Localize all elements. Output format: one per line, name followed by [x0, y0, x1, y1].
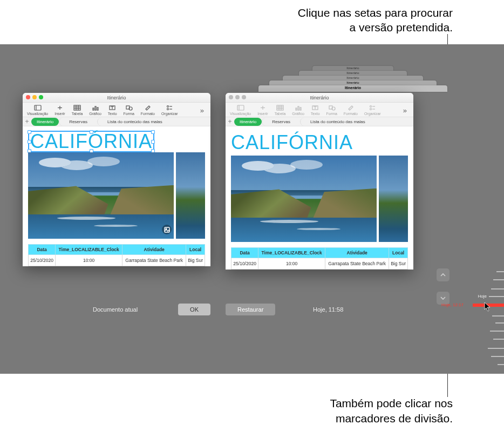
version-timestamp: Hoje, 11:58: [283, 306, 373, 313]
add-sheet-button: +: [226, 118, 234, 125]
table-icon: [73, 105, 81, 111]
toolbar-label: Gráfico: [292, 112, 304, 116]
timeline-tick[interactable]: [493, 339, 504, 340]
tab-itinerario[interactable]: Itinerário: [31, 118, 59, 126]
itinerary-table: Data Time_LOCALIZABLE_Clock Atividade Lo…: [231, 247, 408, 270]
cursor-arrow-icon: [484, 302, 492, 313]
zoom-icon[interactable]: [39, 95, 43, 99]
svg-rect-9: [93, 108, 94, 110]
toolbar-label: Formato: [344, 112, 358, 116]
timeline-tick[interactable]: [490, 331, 504, 332]
landscape-image[interactable]: [28, 152, 174, 239]
minimize-icon[interactable]: [32, 95, 37, 99]
cell-data[interactable]: 25/10/2020: [29, 255, 56, 266]
timeline-tick[interactable]: [491, 288, 504, 289]
version-document-footer: Restaurar Hoje, 11:58: [226, 302, 413, 317]
selected-text-box[interactable]: CALIFÓRNIA: [28, 131, 154, 152]
previous-version-arrow[interactable]: [437, 268, 449, 281]
timeline-tick[interactable]: [498, 364, 504, 365]
timeline-tick[interactable]: [493, 279, 504, 280]
organize-icon: [369, 105, 376, 111]
version-timeline[interactable]: Hoje Hoje, 12:17: [466, 250, 504, 374]
chevron-down-icon: [440, 295, 446, 301]
toolbar-label: Forma: [326, 112, 337, 116]
table-header-local[interactable]: Local: [186, 245, 205, 255]
toolbar: Visualização Inserir Tabela Gráfico Text…: [23, 103, 210, 117]
window-titlebar[interactable]: Itinerário: [23, 93, 210, 103]
callout-text: marcadores de divisão.: [336, 412, 453, 425]
tab-reservas[interactable]: Reservas: [59, 118, 97, 126]
image-settings-button[interactable]: [162, 225, 172, 234]
svg-point-17: [167, 106, 169, 107]
toolbar-label: Formato: [141, 112, 155, 116]
timeline-tick[interactable]: [489, 296, 504, 297]
toolbar-organize-button: Organizar: [364, 105, 381, 116]
toolbar-insert-button: Inserir: [257, 105, 268, 116]
toolbar-shape-button[interactable]: Forma: [124, 105, 134, 116]
svg-rect-0: [35, 105, 41, 110]
table-row[interactable]: 25/10/2020 10:00 Garrapata State Beach P…: [29, 255, 205, 266]
ok-button[interactable]: OK: [178, 304, 210, 315]
callout-text: Clique nas setas para procurar: [298, 6, 453, 19]
toolbar-format-button: Formato: [344, 105, 358, 116]
toolbar-more-button: »: [403, 106, 409, 115]
toolbar-more-button[interactable]: »: [200, 106, 206, 115]
toolbar-label: Gráfico: [89, 112, 101, 116]
table-header-atividade[interactable]: Atividade: [122, 245, 186, 255]
tab-lista: Lista do conteúdo das malas: [300, 118, 375, 126]
toolbar: Visualização Inserir Tabela Gráfico Text…: [226, 103, 413, 117]
toolbar-label: Organizar: [161, 112, 178, 116]
timeline-today-label: Hoje: [478, 294, 487, 299]
svg-rect-34: [300, 107, 301, 110]
zoom-icon: [242, 95, 246, 99]
cell-hora[interactable]: 10:00: [56, 255, 122, 266]
toolbar-insert-button[interactable]: Inserir: [55, 105, 65, 116]
timeline-tick[interactable]: [496, 271, 504, 272]
toolbar-chart-button[interactable]: Gráfico: [89, 105, 101, 116]
stacked-version-ghost: Itinerário: [269, 80, 437, 85]
current-document-footer: Documento atual OK: [23, 302, 210, 317]
table-header-local: Local: [389, 248, 408, 258]
toolbar-chart-button: Gráfico: [292, 105, 304, 116]
version-document-window[interactable]: Itinerário Visualização Inserir Tabela G…: [226, 93, 413, 270]
callout-text: a versão pretendida.: [350, 21, 453, 33]
table-header-data[interactable]: Data: [29, 245, 56, 255]
table-icon: [276, 105, 284, 111]
tab-lista[interactable]: Lista do conteúdo das malas: [97, 118, 172, 126]
close-icon: [229, 95, 233, 99]
plus-icon: [259, 105, 267, 111]
cell-atividade[interactable]: Garrapata State Beach Park: [122, 255, 186, 266]
close-icon[interactable]: [26, 95, 30, 99]
callout-text: Também pode clicar nos: [330, 397, 453, 409]
landscape-image-small[interactable]: [176, 152, 205, 239]
table-header-data: Data: [231, 248, 258, 258]
version-browser-stage: Itinerário Itinerário Itinerário Itinerá…: [0, 44, 504, 374]
timeline-tick[interactable]: [492, 315, 504, 316]
table-header-hora: Time_LOCALIZABLE_Clock: [258, 248, 325, 258]
toolbar-table-button[interactable]: Tabela: [72, 105, 83, 116]
tab-itinerario: Itinerário: [234, 118, 262, 126]
svg-rect-32: [296, 108, 297, 110]
svg-rect-27: [277, 105, 283, 110]
page-title: CALIFÓRNIA: [231, 133, 408, 152]
toolbar-label: Visualização: [27, 112, 48, 116]
timeline-tick[interactable]: [491, 356, 504, 357]
timeline-tick[interactable]: [488, 348, 504, 349]
cell-local[interactable]: Big Sur: [186, 255, 205, 266]
current-document-window[interactable]: Itinerário Visualização Inserir Tabela G…: [23, 93, 210, 266]
toolbar-format-button[interactable]: Formato: [141, 105, 155, 116]
restore-button[interactable]: Restaurar: [226, 304, 275, 315]
itinerary-table[interactable]: Data Time_LOCALIZABLE_Clock Atividade Lo…: [28, 244, 205, 266]
timeline-tick[interactable]: [495, 322, 504, 324]
toolbar-view-button[interactable]: Visualização: [27, 105, 48, 116]
toolbar-label: Texto: [311, 112, 320, 116]
toolbar-text-button[interactable]: Texto: [108, 105, 117, 116]
toolbar-organize-button[interactable]: Organizar: [161, 105, 178, 116]
table-header-hora[interactable]: Time_LOCALIZABLE_Clock: [56, 245, 122, 255]
traffic-lights[interactable]: [26, 95, 43, 99]
document-page: CALIFÓRNIA Data Time_L: [23, 126, 210, 266]
svg-rect-11: [97, 107, 98, 110]
organize-icon: [166, 105, 173, 111]
add-sheet-button[interactable]: +: [23, 118, 31, 125]
cell-atividade: Garrapata State Beach Park: [325, 258, 389, 270]
